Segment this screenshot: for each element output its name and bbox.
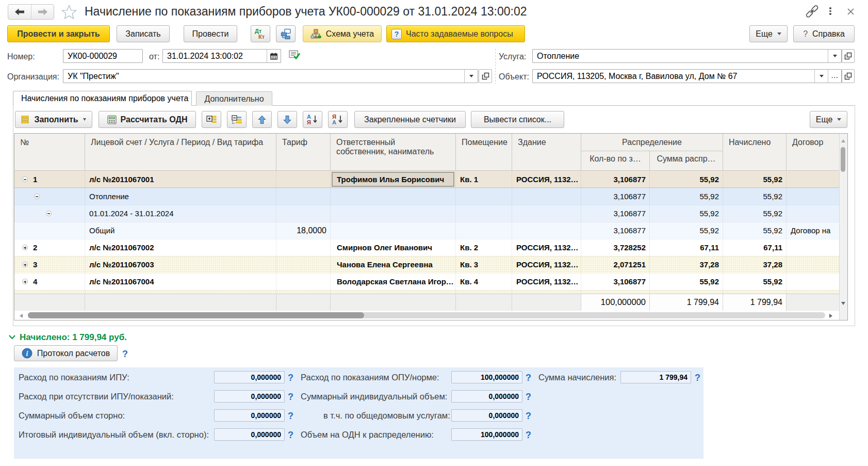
- svg-text:i: i: [26, 350, 28, 358]
